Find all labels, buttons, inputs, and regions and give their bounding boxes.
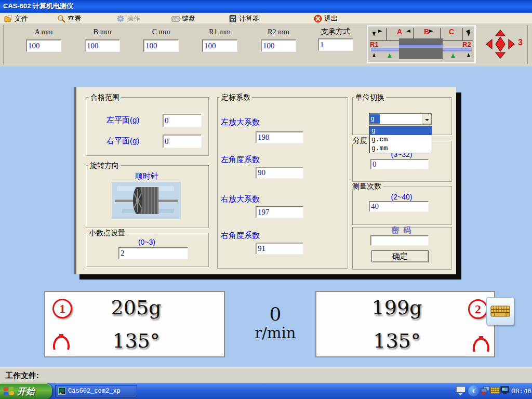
calculator-icon (229, 15, 237, 23)
group-division-title: 分度 (351, 136, 369, 144)
field-r1: R1 mm (198, 28, 242, 52)
field-a: A mm (22, 28, 65, 52)
right-angle-input[interactable] (256, 243, 303, 255)
menu-item-calculator[interactable]: 计算器 (229, 14, 259, 23)
left-angle-label: 左角度系数 (221, 155, 260, 165)
arrows-count: 3 (518, 38, 523, 47)
diagram-label-r2: R2 (462, 41, 471, 48)
field-a-input[interactable] (26, 39, 61, 52)
field-a-label: A mm (22, 28, 65, 37)
screen: CAS-602 计算机电测仪 文件 查看 操作 键盘 计算器 退出 (0, 0, 532, 399)
decimal-range-label: (0~3) (86, 238, 208, 246)
language-bar-icon[interactable] (456, 385, 466, 392)
field-r2-input[interactable] (261, 39, 296, 52)
password-label: 密 码 (352, 225, 451, 235)
field-b: B mm (81, 28, 124, 52)
password-input[interactable] (370, 235, 429, 246)
display-right-plane: 199g 2 135° (315, 291, 495, 357)
taskbar-task-button[interactable]: Cas602_com2_xp (55, 385, 137, 397)
field-b-input[interactable] (85, 39, 120, 52)
menu-item-label: 计算器 (239, 14, 259, 23)
diagram-label-a: A (397, 28, 402, 36)
menu-item-view[interactable]: 查看 (57, 14, 81, 23)
clock[interactable]: 08:46 (511, 388, 531, 395)
display-right-angle: 135° (353, 329, 441, 352)
settings-dialog: 合格范围 左平面(g) 右平面(g) 旋转方向 顺时针 小数点设置 (0~3) … (74, 87, 456, 274)
field-c-input[interactable] (143, 39, 179, 52)
group-measure-count-title: 测量次数 (351, 182, 383, 190)
taskbar: 开始 Cas602_com2_xp ‹ 08 (0, 383, 532, 399)
unit-option-gcm[interactable]: g.cm (370, 135, 432, 144)
group-decimal-title: 小数点设置 (87, 229, 127, 237)
left-angle-input[interactable] (256, 167, 303, 179)
left-plane-label: 左平面(g) (107, 115, 139, 125)
onscreen-keyboard-button[interactable] (486, 297, 514, 325)
speed-value: 0 (249, 303, 301, 325)
menu-item-label: 键盘 (182, 14, 195, 23)
unit-option-gmm[interactable]: g.mm (370, 144, 432, 153)
unit-combobox[interactable]: g (369, 113, 432, 125)
left-gain-label: 左放大系数 (221, 117, 260, 127)
field-c: C mm (139, 28, 183, 52)
rotor-dimension-diagram: A B C R1 R2 (367, 25, 476, 63)
direction-arrows-icon[interactable] (486, 30, 515, 59)
speed-unit: r/min (243, 324, 308, 342)
task-button-label: Cas602_com2_xp (68, 388, 121, 395)
display-right-index-badge: 2 (468, 299, 488, 319)
decimal-input[interactable] (118, 247, 188, 259)
keyboard-icon (171, 15, 180, 23)
field-r2: R2 mm (257, 28, 300, 52)
diagram-label-b: B (424, 28, 429, 36)
start-button[interactable]: 开始 (0, 383, 52, 399)
combobox-dropdown-button[interactable] (422, 114, 431, 124)
unbalance-position-icon (51, 334, 71, 351)
menu-item-exit[interactable]: 退出 (314, 14, 338, 23)
field-support-label: 支承方式 (314, 27, 357, 36)
unit-selected-value: g (369, 114, 380, 124)
display-left-plane: 1 205g 135° (44, 291, 225, 357)
unit-dropdown-list: g g.cm g.mm (369, 126, 432, 153)
left-gain-input[interactable] (256, 131, 303, 143)
group-rotation-title: 旋转方向 (88, 161, 121, 169)
group-calibration-title: 定标系数 (220, 93, 252, 101)
menu-item-keyboard[interactable]: 键盘 (171, 14, 195, 23)
language-bar-caret-icon[interactable] (458, 393, 462, 397)
left-plane-input[interactable] (163, 114, 202, 127)
exit-icon (314, 15, 322, 23)
field-r1-label: R1 mm (198, 28, 242, 37)
menu-item-label: 文件 (15, 14, 28, 23)
password-ok-button[interactable]: 确定 (371, 250, 429, 262)
right-plane-input[interactable] (163, 135, 202, 148)
measure-count-input[interactable] (369, 201, 429, 212)
field-r1-input[interactable] (202, 39, 237, 52)
field-c-label: C mm (139, 28, 183, 37)
field-b-label: B mm (81, 28, 124, 37)
menu-item-file[interactable]: 文件 (4, 14, 28, 23)
display-right-amount: 199g (353, 296, 441, 319)
unbalance-position-icon (471, 336, 491, 353)
rotation-direction-label: 顺时针 (86, 171, 208, 181)
menu-item-label: 退出 (324, 14, 338, 23)
keyboard-icon (490, 304, 510, 318)
network-disconnected-icon[interactable] (481, 386, 490, 395)
menu-item-label: 操作 (127, 14, 140, 23)
search-icon (57, 15, 65, 23)
rotor-photo (112, 182, 181, 219)
menu-item-operate: 操作 (116, 14, 140, 23)
field-support-input[interactable] (318, 38, 353, 51)
display-settings-tray-icon[interactable] (500, 386, 510, 395)
division-input[interactable] (370, 159, 429, 169)
right-gain-input[interactable] (256, 206, 303, 218)
work-file-label: 工作文件: (5, 371, 39, 381)
tray-collapse-chevron[interactable]: ‹ (468, 385, 479, 396)
right-gain-label: 右放大系数 (221, 194, 260, 204)
field-r2-label: R2 mm (257, 28, 300, 37)
group-unit-switch-title: 单位切换 (354, 93, 386, 101)
right-plane-label: 右平面(g) (107, 136, 139, 146)
unit-option-g[interactable]: g (370, 126, 432, 135)
start-button-label: 开始 (17, 385, 35, 397)
windows-flag-icon (3, 386, 15, 396)
keyboard-tray-icon[interactable] (490, 387, 500, 394)
menu-bar: 文件 查看 操作 键盘 计算器 退出 (0, 12, 532, 23)
chevron-down-icon (425, 119, 429, 123)
